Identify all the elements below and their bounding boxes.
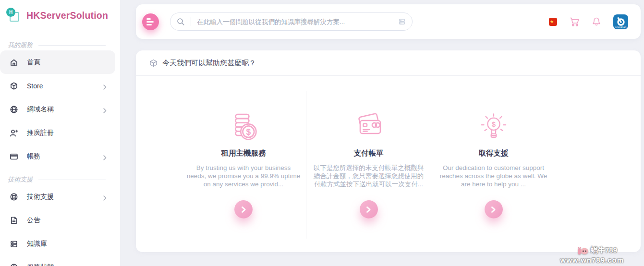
svg-text:$: $	[246, 127, 251, 137]
section-label: 我的服務	[8, 41, 33, 49]
card-description: By trusting us with your business needs,…	[186, 164, 301, 188]
sidebar-item-label: 推廣註冊	[27, 129, 54, 137]
sidebar-item-network-status[interactable]: 服務狀態	[0, 255, 115, 266]
card-order-hosting[interactable]: $ 租用主機服務 By trusting us with your busine…	[181, 91, 306, 239]
sidebar-section-support: 技術支援	[0, 175, 120, 184]
sidebar-item-billing[interactable]: 帳務	[0, 145, 115, 168]
logo-circle-shape: H	[6, 8, 15, 17]
credit-card-icon	[9, 152, 19, 161]
document-icon	[9, 216, 19, 225]
brand-logo[interactable]: H HKServerSolution	[0, 0, 120, 23]
search-divider	[191, 17, 191, 26]
hamburger-menu-button[interactable]	[142, 13, 159, 30]
sidebar-item-label: 網域名稱	[27, 105, 54, 114]
chevron-right-icon	[103, 107, 107, 115]
idea-bulb-icon: $	[479, 112, 509, 143]
user-plus-icon	[9, 129, 19, 137]
sidebar-item-store[interactable]: Store	[0, 74, 115, 97]
sidebar-item-knowledgebase[interactable]: 知識庫	[0, 232, 115, 255]
life-ring-icon	[9, 193, 19, 201]
card-title: 取得支援	[479, 148, 509, 158]
sidebar-item-label: Store	[27, 82, 43, 90]
sidebar-item-label: 帳務	[27, 152, 40, 161]
search-input[interactable]	[197, 18, 394, 25]
card-title: 支付帳單	[354, 148, 384, 158]
stack-icon	[9, 240, 19, 248]
svg-text:$: $	[491, 121, 495, 128]
card-arrow-button[interactable]	[485, 200, 503, 218]
chevron-right-icon	[103, 194, 107, 202]
sidebar-item-label: 公告	[27, 216, 40, 225]
card-description: 以下是您所選擇的未支付帳單之概觀與總合計金額，您只需要選擇您想使用的付款方式並按…	[311, 164, 426, 188]
sidebar-section-my-services: 我的服務	[0, 40, 120, 50]
search-icon	[177, 18, 185, 26]
section-divider	[38, 45, 106, 46]
card-get-support[interactable]: $ 取得支援 Our dedication to customer suppor…	[431, 91, 556, 239]
topbar-actions: ★ GRAVATAR	[549, 14, 628, 29]
avatar-label: GRAVATAR	[613, 26, 628, 28]
language-flag-icon[interactable]: ★	[549, 18, 557, 26]
globe-icon	[9, 105, 19, 114]
page-title: 今天我們可以幫助您甚麼呢？	[162, 59, 256, 68]
home-icon	[9, 58, 19, 67]
section-label: 技術支援	[8, 175, 33, 184]
search-box	[170, 12, 413, 31]
sidebar-item-domains[interactable]: 網域名稱	[0, 97, 115, 121]
help-panel: 今天我們可以幫助您甚麼呢？ $ 租用主機服務	[136, 50, 641, 252]
status-icon	[9, 263, 19, 266]
cube-icon	[149, 59, 158, 67]
sidebar-item-label: 首頁	[27, 58, 40, 67]
sidebar-item-announcements[interactable]: 公告	[0, 208, 115, 232]
notifications-bell-icon[interactable]	[592, 17, 601, 26]
chevron-right-icon	[103, 154, 107, 162]
main-area: ★ GRAVATAR 今天我們可以幫助您甚麼呢？	[120, 0, 644, 266]
sidebar-item-label: 知識庫	[27, 240, 47, 248]
sidebar-item-support[interactable]: 技術支援	[0, 185, 115, 208]
knowledgebase-icon	[398, 18, 406, 25]
topbar: ★ GRAVATAR	[136, 4, 641, 39]
user-avatar[interactable]: GRAVATAR	[613, 14, 628, 29]
sidebar-nav-support: 技術支援 公告 知識庫 服務狀態	[0, 185, 120, 266]
brand-logo-icon: H	[6, 8, 22, 23]
quick-action-cards: $ 租用主機服務 By trusting us with your busine…	[181, 91, 556, 239]
sidebar-item-affiliate-register[interactable]: 推廣註冊	[0, 121, 115, 145]
card-title: 租用主機服務	[221, 148, 266, 158]
brand-name: HKServerSolution	[26, 10, 108, 21]
sidebar-item-label: 服務狀態	[27, 263, 54, 266]
help-panel-header: 今天我們可以幫助您甚麼呢？	[136, 50, 641, 76]
card-arrow-button[interactable]	[234, 200, 253, 218]
cart-icon[interactable]	[569, 16, 580, 27]
sidebar: H HKServerSolution 我的服務 首頁 Store	[0, 0, 120, 266]
coins-dollar-icon: $	[229, 112, 258, 143]
card-arrow-button[interactable]	[360, 200, 378, 218]
chevron-right-icon	[103, 84, 107, 91]
sidebar-item-home[interactable]: 首頁	[0, 50, 115, 74]
box-icon	[9, 82, 19, 90]
section-divider	[38, 180, 106, 180]
sidebar-nav-primary: 首頁 Store 網域名稱 推廣註冊	[0, 50, 120, 168]
sidebar-item-label: 技術支援	[27, 193, 54, 201]
card-description: Our dedication to customer support reach…	[436, 164, 551, 188]
card-pay-invoices[interactable]: 支付帳單 以下是您所選擇的未支付帳單之概觀與總合計金額，您只需要選擇您想使用的付…	[306, 91, 431, 239]
credit-cards-icon	[353, 112, 385, 143]
